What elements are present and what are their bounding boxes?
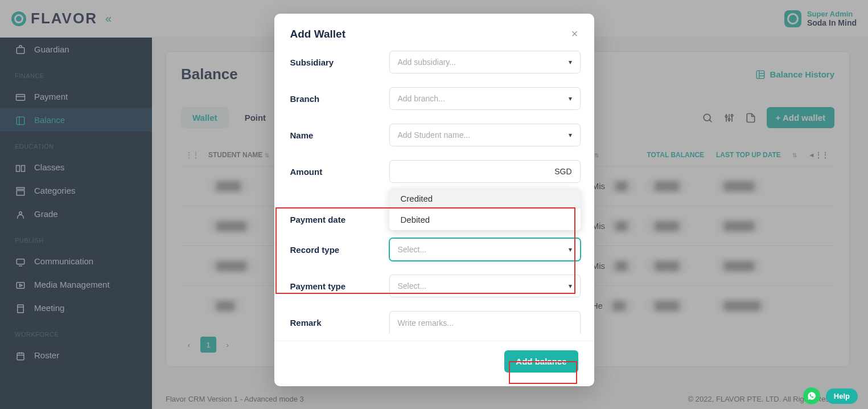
close-icon[interactable]: × — [571, 27, 578, 40]
label-subsidiary: Subsidiary — [290, 58, 389, 67]
whatsapp-icon[interactable] — [803, 387, 820, 404]
option-debited[interactable]: Debited — [389, 209, 581, 230]
option-credited[interactable]: Credited — [389, 188, 581, 209]
add-balance-button[interactable]: Add balance — [504, 350, 578, 373]
label-remark: Remark — [290, 318, 389, 328]
chevron-down-icon: ▾ — [569, 246, 572, 253]
label-payment-type: Payment type — [290, 281, 389, 291]
record-type-select[interactable]: Select... ▾ — [389, 238, 581, 261]
modal-overlay[interactable]: Add Wallet × Subsidiary Add subsidiary..… — [0, 0, 868, 409]
payment-type-select[interactable]: Select... ▾ — [389, 275, 581, 297]
label-amount: Amount — [290, 167, 389, 177]
help-button[interactable]: Help — [826, 388, 858, 404]
add-wallet-modal: Add Wallet × Subsidiary Add subsidiary..… — [274, 14, 594, 386]
branch-select[interactable]: Add branch... ▾ — [389, 87, 581, 110]
label-branch: Branch — [290, 94, 389, 104]
chevron-down-icon: ▾ — [569, 58, 572, 66]
amount-input[interactable]: SGD — [389, 160, 581, 183]
student-name-select[interactable]: Add Student name... ▾ — [389, 124, 581, 146]
subsidiary-select[interactable]: Add subsidiary... ▾ — [389, 51, 581, 73]
chevron-down-icon: ▾ — [569, 95, 572, 103]
chevron-down-icon: ▾ — [569, 282, 572, 290]
label-name: Name — [290, 130, 389, 140]
label-record-type: Record type — [290, 245, 389, 255]
label-payment-date: Payment date — [290, 215, 389, 224]
remark-input[interactable]: Write remarks... — [389, 311, 581, 334]
record-type-dropdown: Credited Debited — [389, 188, 581, 230]
modal-title: Add Wallet — [290, 28, 345, 40]
chevron-down-icon: ▾ — [569, 131, 572, 139]
